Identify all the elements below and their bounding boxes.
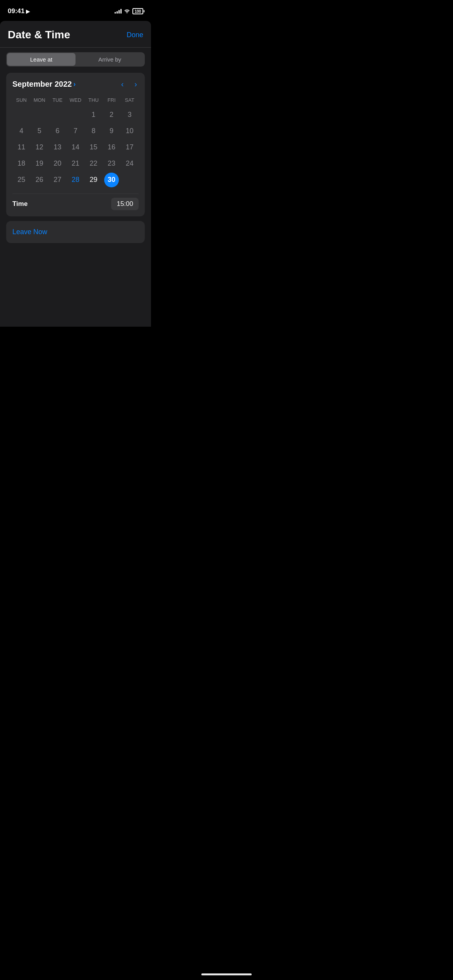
segment-control: Leave at Arrive by bbox=[6, 52, 145, 67]
calendar-cell-empty bbox=[14, 108, 29, 122]
segment-wrap: Leave at Arrive by bbox=[0, 48, 151, 71]
calendar-day-10[interactable]: 10 bbox=[122, 124, 137, 139]
calendar-day-22[interactable]: 22 bbox=[86, 156, 101, 171]
time-label: Time bbox=[12, 200, 27, 208]
month-expand-icon: › bbox=[73, 80, 76, 88]
segment-leave-at[interactable]: Leave at bbox=[7, 53, 76, 66]
calendar-day-2[interactable]: 2 bbox=[104, 108, 119, 122]
calendar-day-12[interactable]: 12 bbox=[32, 140, 47, 155]
calendar-day-20[interactable]: 20 bbox=[50, 156, 65, 171]
done-button[interactable]: Done bbox=[127, 31, 143, 39]
calendar-month-title[interactable]: September 2022 › bbox=[12, 80, 76, 89]
segment-arrive-by[interactable]: Arrive by bbox=[76, 53, 144, 66]
next-month-button[interactable]: › bbox=[133, 79, 139, 89]
calendar-cell-empty bbox=[68, 108, 83, 122]
status-icons: 100 bbox=[115, 8, 143, 14]
calendar-day-11[interactable]: 11 bbox=[14, 140, 29, 155]
calendar-nav: ‹ › bbox=[120, 79, 139, 89]
calendar-day-8[interactable]: 8 bbox=[86, 124, 101, 139]
time-value[interactable]: 15:00 bbox=[111, 198, 139, 210]
signal-icon bbox=[115, 9, 122, 14]
calendar-day-15[interactable]: 15 bbox=[86, 140, 101, 155]
battery-icon: 100 bbox=[132, 8, 143, 14]
calendar-day-5[interactable]: 5 bbox=[32, 124, 47, 139]
day-header-wed: WED bbox=[67, 96, 85, 105]
calendar-day-9[interactable]: 9 bbox=[104, 124, 119, 139]
calendar-day-14[interactable]: 14 bbox=[68, 140, 83, 155]
calendar-day-27[interactable]: 27 bbox=[50, 173, 65, 187]
calendar-day-6[interactable]: 6 bbox=[50, 124, 65, 139]
calendar-cell-empty bbox=[32, 108, 47, 122]
calendar-day-30[interactable]: 30 bbox=[104, 173, 119, 187]
wifi-icon bbox=[124, 9, 130, 14]
page-title: Date & Time bbox=[8, 29, 70, 41]
calendar-day-26[interactable]: 26 bbox=[32, 173, 47, 187]
calendar-day-1[interactable]: 1 bbox=[86, 108, 101, 122]
calendar-cell-empty bbox=[50, 108, 65, 122]
calendar-day-23[interactable]: 23 bbox=[104, 156, 119, 171]
calendar-day-28[interactable]: 28 bbox=[68, 173, 83, 187]
calendar-day-17[interactable]: 17 bbox=[122, 140, 137, 155]
calendar-day-29[interactable]: 29 bbox=[86, 173, 101, 187]
calendar-day-25[interactable]: 25 bbox=[14, 173, 29, 187]
status-time: 09:41 ▶ bbox=[8, 7, 30, 15]
calendar-day-headers: SUN MON TUE WED THU FRI SAT bbox=[12, 96, 139, 105]
day-header-sun: SUN bbox=[12, 96, 31, 105]
calendar-day-19[interactable]: 19 bbox=[32, 156, 47, 171]
calendar-day-3[interactable]: 3 bbox=[122, 108, 137, 122]
status-bar: 09:41 ▶ 100 bbox=[0, 0, 151, 19]
time-row: Time 15:00 bbox=[12, 194, 139, 210]
calendar-header: September 2022 › ‹ › bbox=[12, 79, 139, 89]
leave-now-text: Leave Now bbox=[12, 228, 47, 236]
calendar-grid: 1234567891011121314151617181920212223242… bbox=[12, 108, 139, 187]
prev-month-button[interactable]: ‹ bbox=[120, 79, 125, 89]
main-sheet: Date & Time Done Leave at Arrive by Sept… bbox=[0, 21, 151, 327]
calendar-day-7[interactable]: 7 bbox=[68, 124, 83, 139]
day-header-thu: THU bbox=[84, 96, 103, 105]
calendar-card: September 2022 › ‹ › SUN MON TUE WED THU… bbox=[6, 73, 145, 216]
calendar-day-4[interactable]: 4 bbox=[14, 124, 29, 139]
location-icon: ▶ bbox=[26, 9, 30, 14]
calendar-day-21[interactable]: 21 bbox=[68, 156, 83, 171]
day-header-mon: MON bbox=[31, 96, 49, 105]
day-header-fri: FRI bbox=[103, 96, 121, 105]
calendar-day-13[interactable]: 13 bbox=[50, 140, 65, 155]
header: Date & Time Done bbox=[0, 21, 151, 47]
day-header-sat: SAT bbox=[120, 96, 139, 105]
calendar-day-24[interactable]: 24 bbox=[122, 156, 137, 171]
day-header-tue: TUE bbox=[48, 96, 67, 105]
calendar-day-16[interactable]: 16 bbox=[104, 140, 119, 155]
calendar-day-18[interactable]: 18 bbox=[14, 156, 29, 171]
leave-now-card[interactable]: Leave Now bbox=[6, 221, 145, 243]
